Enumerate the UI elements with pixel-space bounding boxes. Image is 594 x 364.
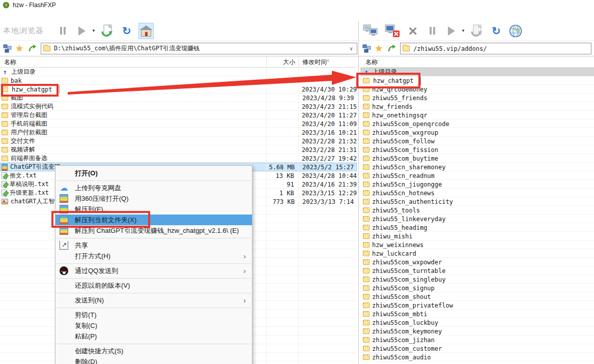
favorites-icon[interactable]: ★ bbox=[374, 43, 384, 53]
menubar-item[interactable] bbox=[11, 10, 22, 21]
context-menu-item[interactable]: 还原以前的版本(V) › bbox=[55, 280, 252, 291]
context-menu-item[interactable]: 创建快捷方式(S) › bbox=[55, 346, 252, 356]
file-row[interactable]: zhiwu55com_fission bbox=[360, 145, 594, 154]
transfer-queue-button[interactable] bbox=[100, 23, 115, 39]
file-row[interactable]: zhiwu55com_singlebuy bbox=[360, 275, 594, 284]
file-row[interactable]: 前端界面备选 2023/2/27 19:42 bbox=[0, 154, 357, 163]
file-row[interactable]: zhiwu55_friends bbox=[360, 94, 594, 102]
combo-chevron-icon[interactable]: ∨ bbox=[348, 46, 355, 51]
abort-button[interactable]: × bbox=[405, 23, 420, 39]
context-menu-item[interactable]: 通过QQ发送到 › bbox=[55, 265, 252, 276]
context-menu-item[interactable]: 删除(D) › bbox=[55, 356, 252, 364]
pause-remote-button[interactable] bbox=[425, 23, 440, 39]
file-row[interactable]: zhiwu55com_mbti bbox=[360, 310, 594, 318]
file-row[interactable]: zhiwu55com_turntable bbox=[360, 266, 594, 275]
transfer-remote-button[interactable] bbox=[469, 23, 485, 39]
file-row[interactable]: ↑上级目录 bbox=[0, 68, 357, 76]
start-remote-dropdown[interactable]: ▼ bbox=[461, 28, 465, 33]
up-directory-icon[interactable] bbox=[387, 43, 397, 53]
file-row[interactable]: 管理后台截图 2023/4/20 11:27 bbox=[0, 111, 357, 119]
refresh-local-button[interactable]: ↻ bbox=[119, 23, 134, 39]
file-row[interactable]: zhiwu55cn_authenticity bbox=[360, 197, 594, 206]
site-manager-icon[interactable] bbox=[2, 43, 12, 53]
file-row[interactable]: zhiwu55cn_sharemoney bbox=[360, 163, 594, 171]
file-row[interactable]: 流模式实例代码 2023/4/23 21:15 bbox=[0, 102, 357, 111]
menubar-item[interactable] bbox=[22, 10, 34, 21]
file-row[interactable]: zhiwu55cn_hotnews bbox=[360, 189, 594, 197]
connect-button[interactable] bbox=[362, 23, 380, 39]
menubar-item[interactable] bbox=[78, 10, 90, 21]
home-button[interactable] bbox=[138, 23, 154, 39]
menubar-item[interactable] bbox=[34, 10, 45, 21]
context-menu-item[interactable]: 粘贴(P) › bbox=[55, 331, 252, 342]
refresh-remote-button[interactable]: ↻ bbox=[489, 23, 504, 39]
menubar-item[interactable] bbox=[0, 10, 11, 21]
file-row[interactable]: hzw_chatgpt 2023/4/30 10:29 bbox=[0, 85, 357, 94]
file-row[interactable]: hzw_weixinnews bbox=[360, 240, 594, 249]
context-menu-item[interactable]: 发送到(N) › bbox=[55, 295, 252, 306]
file-row[interactable]: zhiwu55com_signup bbox=[360, 284, 594, 292]
start-queue-button[interactable] bbox=[74, 23, 90, 39]
context-menu-item[interactable]: 解压到当前文件夹(X) › bbox=[55, 215, 252, 225]
file-row[interactable]: hzw_friends bbox=[360, 102, 594, 111]
column-header-name[interactable]: 名称 bbox=[0, 56, 266, 68]
file-row[interactable]: zhiwu55cn_jiugongge bbox=[360, 180, 594, 189]
file-row[interactable]: zhiwu55_tools bbox=[360, 206, 594, 215]
context-menu-item[interactable]: 复制(C) › bbox=[55, 320, 252, 331]
file-row[interactable]: zhiwu55_linkeveryday bbox=[360, 215, 594, 223]
file-row[interactable]: hzw_chatgpt bbox=[360, 76, 594, 85]
file-row[interactable]: zhiwu55com_wxgroup bbox=[360, 128, 594, 137]
remote-path-combobox[interactable]: /zhiwu55.vip/addons/ bbox=[400, 43, 591, 54]
file-row[interactable]: zhiwu55com_buytime bbox=[360, 154, 594, 163]
menubar-item[interactable] bbox=[45, 10, 56, 21]
file-row[interactable]: zhiwu55com_audio bbox=[360, 353, 594, 361]
file-row[interactable]: 用户付款截图 2023/3/16 10:21 bbox=[0, 128, 357, 137]
context-menu-item[interactable]: 解压到 ChatGPT引流变现赚钱_hzw_chatgpt_v2.1.6\ (E… bbox=[55, 225, 252, 236]
pause-queue-button[interactable] bbox=[55, 23, 70, 39]
local-path-combobox[interactable]: D:\zhiwu55_com\插件应用\ChatGPT引流变现赚钱 ∨ bbox=[41, 43, 357, 54]
context-menu-item[interactable]: 剪切(T) › bbox=[55, 310, 252, 320]
context-menu-item[interactable]: 解压到(F)... › bbox=[55, 204, 252, 215]
menubar-item[interactable] bbox=[56, 10, 67, 21]
file-row[interactable]: zhiwu55com_openqrcode bbox=[360, 119, 594, 128]
file-row[interactable]: hzw_qrcodemoney bbox=[360, 85, 594, 94]
panel-splitter[interactable] bbox=[358, 21, 359, 364]
file-row[interactable]: bak bbox=[0, 76, 357, 85]
start-remote-button[interactable] bbox=[444, 23, 459, 39]
site-manager-icon[interactable] bbox=[361, 43, 372, 53]
file-row[interactable]: zhiwu55com_luckbuy bbox=[360, 318, 594, 327]
context-menu-item[interactable]: 打开方式(H) › bbox=[55, 251, 252, 261]
file-row[interactable]: zhiwu55com_jizhan bbox=[360, 336, 594, 344]
disconnect-button[interactable] bbox=[384, 23, 401, 39]
file-row[interactable]: zhiwu55com_wxpowder bbox=[360, 258, 594, 266]
file-row[interactable]: 截图 2023/4/28 9:39 bbox=[0, 94, 357, 102]
column-header-name[interactable]: 名称 bbox=[360, 56, 594, 68]
file-row[interactable]: zhiwu55com_privateflow bbox=[360, 301, 594, 310]
file-row[interactable]: zhiwu55_headimg bbox=[360, 223, 594, 232]
file-row[interactable]: zhiwu55cn_readnum bbox=[360, 171, 594, 180]
file-modified: 2023/4/20 11:27 bbox=[298, 112, 357, 119]
file-row[interactable]: 手机前端截图 2023/4/20 11:09 bbox=[0, 119, 357, 128]
file-row[interactable]: 交付文件 2023/2/28 21:32 bbox=[0, 137, 357, 145]
menubar-item[interactable] bbox=[90, 10, 101, 21]
file-row[interactable]: zhiwu55com_shout bbox=[360, 292, 594, 301]
up-directory-icon[interactable] bbox=[27, 43, 38, 53]
file-row[interactable]: zhiwu55com_keymoney bbox=[360, 327, 594, 336]
file-row[interactable]: zhiwu55com_customer bbox=[360, 344, 594, 353]
context-menu-item[interactable]: 打开(O) › bbox=[55, 168, 252, 178]
context-menu-item[interactable]: ☁ 上传到夸克网盘 › bbox=[55, 183, 252, 193]
favorites-icon[interactable]: ★ bbox=[14, 43, 24, 53]
menubar-item[interactable] bbox=[67, 10, 78, 21]
start-queue-dropdown[interactable]: ▼ bbox=[92, 28, 96, 33]
file-row[interactable]: 视频讲解 2023/2/28 21:31 bbox=[0, 145, 357, 154]
context-menu-item[interactable]: 用360压缩打开(Q) › bbox=[55, 193, 252, 204]
file-row[interactable]: zhiwu_mishi bbox=[360, 232, 594, 240]
context-menu-item[interactable]: ↗ 共享 › bbox=[55, 240, 252, 251]
file-row[interactable]: ↑上级目录 bbox=[360, 68, 594, 76]
column-header-size[interactable]: 大小 bbox=[266, 56, 298, 68]
browser-button[interactable] bbox=[508, 23, 523, 39]
file-row[interactable]: zhiwu55com_follow bbox=[360, 137, 594, 145]
file-row[interactable]: hzw_onethingsqr bbox=[360, 111, 594, 119]
file-row[interactable]: hzw_luckcard bbox=[360, 249, 594, 258]
column-header-modified[interactable]: ∨修改时间 bbox=[298, 56, 357, 68]
